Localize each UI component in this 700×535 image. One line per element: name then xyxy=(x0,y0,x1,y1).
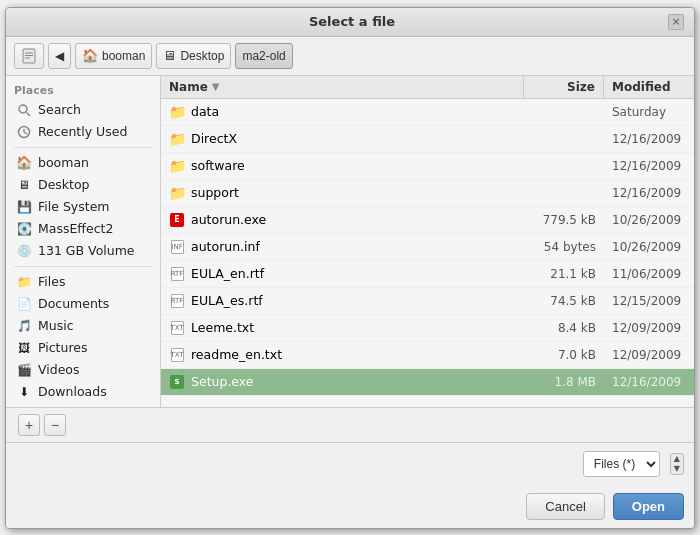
sidebar-item-files[interactable]: 📁 Files xyxy=(8,271,158,293)
sidebar-item-documents-label: Documents xyxy=(38,296,109,311)
desktop-icon: 🖥 xyxy=(163,48,176,63)
close-button[interactable]: × xyxy=(668,14,684,30)
sidebar-item-downloads-label: Downloads xyxy=(38,384,107,399)
files-icon: 📁 xyxy=(16,274,32,290)
sidebar-item-masseffect2[interactable]: 💽 MassEffect2 xyxy=(8,218,158,240)
back-arrow: ◀ xyxy=(55,49,64,63)
sidebar-item-search[interactable]: Search xyxy=(8,99,158,121)
sidebar-item-music[interactable]: 🎵 Music xyxy=(8,315,158,337)
filter-row: Files (*) All Files ▲ ▼ xyxy=(6,443,694,485)
videos-icon: 🎬 xyxy=(16,362,32,378)
file-filter-select[interactable]: Files (*) All Files xyxy=(583,451,660,477)
sidebar-item-booman[interactable]: 🏠 booman xyxy=(8,152,158,174)
location-desktop[interactable]: 🖥 Desktop xyxy=(156,43,231,69)
txt-icon: TXT xyxy=(169,347,185,363)
places-label: Places xyxy=(6,80,160,99)
back-button[interactable]: ◀ xyxy=(48,43,71,69)
svg-point-4 xyxy=(19,105,27,113)
file-row[interactable]: INF autorun.inf 54 bytes 10/26/2009 xyxy=(161,234,694,261)
inf-icon: INF xyxy=(169,239,185,255)
sidebar-item-booman-label: booman xyxy=(38,155,89,170)
sidebar-item-videos[interactable]: 🎬 Videos xyxy=(8,359,158,381)
file-row[interactable]: TXT readme_en.txt 7.0 kB 12/09/2009 xyxy=(161,342,694,369)
sidebar-item-recently-used-label: Recently Used xyxy=(38,124,127,139)
sidebar: Places Search Recently Used 🏠 booman � xyxy=(6,76,161,407)
rtf-icon: RTF xyxy=(169,266,185,282)
sidebar-item-desktop-label: Desktop xyxy=(38,177,90,192)
downloads-icon: ⬇ xyxy=(16,384,32,400)
sidebar-item-pictures[interactable]: 🖼 Pictures xyxy=(8,337,158,359)
main-content: Places Search Recently Used 🏠 booman � xyxy=(6,76,694,408)
sort-arrow: ▼ xyxy=(212,81,220,92)
svg-line-8 xyxy=(24,132,27,134)
toolbar: ◀ 🏠 booman 🖥 Desktop ma2-old xyxy=(6,37,694,76)
sidebar-item-videos-label: Videos xyxy=(38,362,80,377)
pictures-icon: 🖼 xyxy=(16,340,32,356)
sidebar-divider-2 xyxy=(14,266,152,267)
sidebar-item-recently-used[interactable]: Recently Used xyxy=(8,121,158,143)
folder-icon: 📁 xyxy=(169,185,185,201)
home-icon: 🏠 xyxy=(16,155,32,171)
setup-icon: S xyxy=(169,374,185,390)
header-modified[interactable]: Modified xyxy=(604,76,694,98)
volume-icon: 💿 xyxy=(16,243,32,259)
sidebar-item-downloads[interactable]: ⬇ Downloads xyxy=(8,381,158,403)
remove-place-button[interactable]: − xyxy=(44,414,66,436)
folder-icon: 📁 xyxy=(169,104,185,120)
header-name[interactable]: Name ▼ xyxy=(161,76,524,98)
plus-icon: + xyxy=(25,417,33,433)
sidebar-item-search-label: Search xyxy=(38,102,81,117)
exe-icon: E xyxy=(169,212,185,228)
rtf-icon: RTF xyxy=(169,293,185,309)
file-row[interactable]: E autorun.exe 779.5 kB 10/26/2009 xyxy=(161,207,694,234)
spinner-down[interactable]: ▼ xyxy=(671,464,683,474)
bottom-bar: + − xyxy=(6,408,694,443)
file-row[interactable]: 📁 DirectX 12/16/2009 xyxy=(161,126,694,153)
folder-icon: 📁 xyxy=(169,131,185,147)
desktop-icon: 🖥 xyxy=(16,177,32,193)
minus-icon: − xyxy=(51,417,59,433)
filesystem-icon: 💾 xyxy=(16,199,32,215)
location-booman[interactable]: 🏠 booman xyxy=(75,43,152,69)
sidebar-item-files-label: Files xyxy=(38,274,65,289)
add-place-button[interactable]: + xyxy=(18,414,40,436)
location-ma2old[interactable]: ma2-old xyxy=(235,43,292,69)
sidebar-item-131gb-label: 131 GB Volume xyxy=(38,243,135,258)
home-icon: 🏠 xyxy=(82,48,98,63)
bookmarks-icon xyxy=(21,48,37,64)
search-icon xyxy=(16,102,32,118)
file-row-selected[interactable]: S Setup.exe 1.8 MB 12/16/2009 xyxy=(161,369,694,396)
sidebar-item-pictures-label: Pictures xyxy=(38,340,88,355)
file-list: 📁 data Saturday 📁 DirectX 12/16/2009 xyxy=(161,99,694,407)
sidebar-item-131gb[interactable]: 💿 131 GB Volume xyxy=(8,240,158,262)
sidebar-item-desktop[interactable]: 🖥 Desktop xyxy=(8,174,158,196)
file-row[interactable]: 📁 software 12/16/2009 xyxy=(161,153,694,180)
dialog-title: Select a file xyxy=(36,14,668,29)
file-row[interactable]: RTF EULA_en.rtf 21.1 kB 11/06/2009 xyxy=(161,261,694,288)
sidebar-divider-1 xyxy=(14,147,152,148)
drive-icon: 💽 xyxy=(16,221,32,237)
file-header: Name ▼ Size Modified xyxy=(161,76,694,99)
file-row[interactable]: 📁 support 12/16/2009 xyxy=(161,180,694,207)
bookmarks-button[interactable] xyxy=(14,43,44,69)
sidebar-item-documents[interactable]: 📄 Documents xyxy=(8,293,158,315)
file-row[interactable]: TXT Leeme.txt 8.4 kB 12/09/2009 xyxy=(161,315,694,342)
sidebar-item-filesystem[interactable]: 💾 File System xyxy=(8,196,158,218)
svg-line-5 xyxy=(27,112,31,116)
file-row[interactable]: 📁 data Saturday xyxy=(161,99,694,126)
button-row: Cancel Open xyxy=(6,485,694,528)
filter-spinner[interactable]: ▲ ▼ xyxy=(670,453,684,475)
sidebar-item-masseffect2-label: MassEffect2 xyxy=(38,221,113,236)
file-row[interactable]: RTF EULA_es.rtf 74.5 kB 12/15/2009 xyxy=(161,288,694,315)
open-button[interactable]: Open xyxy=(613,493,684,520)
clock-icon xyxy=(16,124,32,140)
header-size[interactable]: Size xyxy=(524,76,604,98)
title-bar: Select a file × xyxy=(6,8,694,37)
txt-icon: TXT xyxy=(169,320,185,336)
file-area: Name ▼ Size Modified 📁 data Saturday xyxy=(161,76,694,407)
documents-icon: 📄 xyxy=(16,296,32,312)
spinner-up[interactable]: ▲ xyxy=(671,454,683,464)
cancel-button[interactable]: Cancel xyxy=(526,493,604,520)
sidebar-item-filesystem-label: File System xyxy=(38,199,110,214)
file-dialog: Select a file × ◀ 🏠 booman 🖥 Desktop xyxy=(5,7,695,529)
